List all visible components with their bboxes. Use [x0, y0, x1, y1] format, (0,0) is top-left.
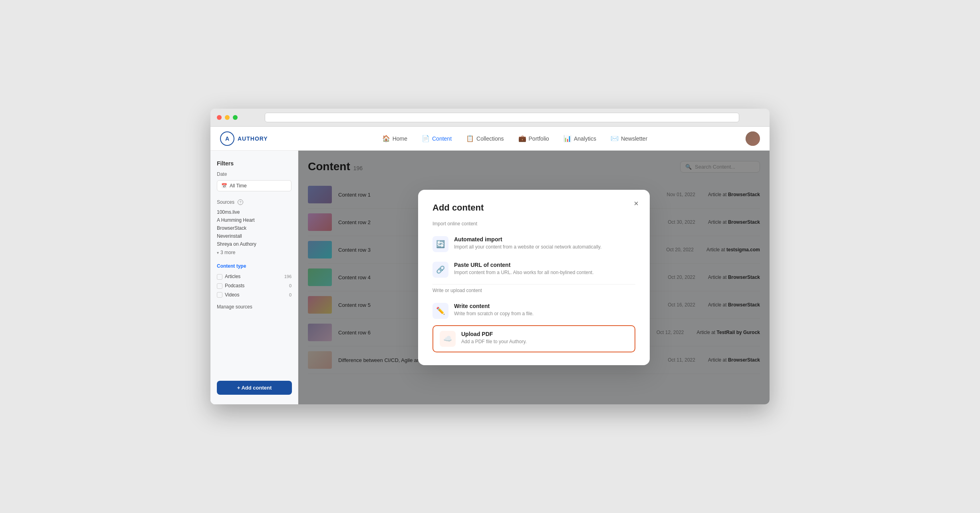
upload-pdf-option[interactable]: ☁️ Upload PDF Add a PDF file to your Aut… [432, 325, 635, 352]
source-item-5[interactable]: Shreya on Authory [217, 240, 292, 248]
modal-overlay[interactable]: × Add content Import online content 🔄 Au… [298, 151, 770, 404]
podcasts-checkbox[interactable] [217, 283, 222, 289]
source-item-2[interactable]: A Humming Heart [217, 216, 292, 224]
source-item-4[interactable]: Neverinstall [217, 232, 292, 240]
nav-item-content[interactable]: 📄 Content [415, 131, 458, 145]
add-content-modal: × Add content Import online content 🔄 Au… [418, 190, 650, 365]
link-icon: 🔗 [436, 265, 445, 274]
date-filter-section: Date 📅 All Time [217, 171, 292, 191]
top-nav: A AUTHORY 🏠 Home 📄 Content 📋 Collections [210, 127, 770, 151]
upload-pdf-desc: Add a PDF file to your Authory. [461, 338, 527, 345]
write-content-option[interactable]: ✏️ Write content Write from scratch or c… [432, 298, 635, 324]
nav-label-collections: Collections [476, 135, 504, 142]
content-type-section: Content type Articles 196 Podcasts 0 Vid… [217, 263, 292, 311]
nav-label-analytics: Analytics [574, 135, 596, 142]
podcasts-count: 0 [289, 283, 292, 288]
write-content-title: Write content [454, 303, 534, 309]
automated-import-icon-wrap: 🔄 [432, 236, 448, 252]
write-content-text: Write content Write from scratch or copy… [454, 303, 534, 317]
modal-close-button[interactable]: × [631, 198, 642, 209]
analytics-icon: 📊 [563, 135, 571, 142]
refresh-icon: 🔄 [436, 240, 445, 249]
content-type-podcasts[interactable]: Podcasts 0 [217, 281, 292, 290]
date-value: All Time [230, 183, 247, 189]
sources-help-icon[interactable]: ? [238, 199, 243, 205]
user-avatar[interactable] [746, 131, 760, 146]
nav-item-collections[interactable]: 📋 Collections [460, 131, 510, 145]
automated-import-text: Automated import Import all your content… [454, 236, 601, 251]
logo-text: AUTHORY [238, 135, 268, 142]
source-item-3[interactable]: BrowserStack [217, 224, 292, 232]
section2-label: Write or upload content [432, 288, 635, 293]
sources-section: Sources ? 100ms.live A Humming Heart Bro… [217, 199, 292, 255]
close-dot[interactable] [217, 115, 222, 120]
pencil-icon: ✏️ [436, 306, 445, 315]
write-content-icon-wrap: ✏️ [432, 303, 448, 319]
collections-icon: 📋 [466, 135, 474, 142]
videos-checkbox[interactable] [217, 292, 222, 298]
automated-import-desc: Import all your content from a website o… [454, 244, 601, 251]
source-item-1[interactable]: 100ms.live [217, 208, 292, 216]
add-content-button[interactable]: + Add content [217, 381, 292, 395]
content-type-articles[interactable]: Articles 196 [217, 272, 292, 281]
nav-item-analytics[interactable]: 📊 Analytics [557, 131, 603, 145]
videos-count: 0 [289, 292, 292, 297]
upload-pdf-icon-wrap: ☁️ [440, 331, 456, 347]
date-filter-label: Date [217, 171, 292, 177]
browser-window: A AUTHORY 🏠 Home 📄 Content 📋 Collections [210, 109, 770, 404]
sources-label: Sources ? [217, 199, 292, 205]
nav-label-home: Home [393, 135, 407, 142]
nav-item-portfolio[interactable]: 💼 Portfolio [512, 131, 555, 145]
content-type-videos[interactable]: Videos 0 [217, 290, 292, 300]
automated-import-option[interactable]: 🔄 Automated import Import all your conte… [432, 231, 635, 257]
date-select[interactable]: 📅 All Time [217, 180, 292, 191]
upload-icon: ☁️ [443, 334, 452, 343]
minimize-dot[interactable] [225, 115, 230, 120]
nav-label-portfolio: Portfolio [529, 135, 549, 142]
articles-count: 196 [284, 274, 292, 279]
nav-item-home[interactable]: 🏠 Home [376, 131, 414, 145]
articles-checkbox[interactable] [217, 274, 222, 280]
nav-items: 🏠 Home 📄 Content 📋 Collections 💼 Portfol… [284, 131, 746, 145]
paste-url-text: Paste URL of content Import content from… [454, 262, 594, 276]
nav-label-content: Content [432, 135, 452, 142]
paste-url-title: Paste URL of content [454, 262, 594, 268]
section-separator [432, 284, 635, 284]
address-bar[interactable] [265, 113, 739, 122]
logo-area[interactable]: A AUTHORY [220, 131, 268, 146]
newsletter-icon: ✉️ [611, 135, 619, 142]
automated-import-title: Automated import [454, 236, 601, 243]
upload-pdf-title: Upload PDF [461, 331, 527, 337]
logo-icon: A [220, 131, 234, 146]
manage-sources-link[interactable]: Manage sources [217, 302, 292, 311]
content-icon: 📄 [422, 135, 430, 142]
content-area: Content 196 🔍 Search Content... Content … [298, 151, 770, 404]
paste-url-desc: Import content from a URL. Also works fo… [454, 269, 594, 276]
show-more-sources[interactable]: ▾ 3 more [217, 250, 292, 255]
paste-url-option[interactable]: 🔗 Paste URL of content Import content fr… [432, 257, 635, 282]
maximize-dot[interactable] [233, 115, 238, 120]
home-icon: 🏠 [382, 135, 390, 142]
sidebar-title: Filters [217, 160, 292, 167]
chevron-down-icon: ▾ [217, 251, 219, 255]
nav-item-newsletter[interactable]: ✉️ Newsletter [604, 131, 654, 145]
content-type-label: Content type [217, 263, 292, 269]
sidebar: Filters Date 📅 All Time Sources ? 100ms.… [210, 151, 298, 404]
section1-label: Import online content [432, 221, 635, 227]
main-content: Filters Date 📅 All Time Sources ? 100ms.… [210, 151, 770, 404]
nav-label-newsletter: Newsletter [621, 135, 647, 142]
modal-title: Add content [432, 203, 635, 213]
upload-pdf-text: Upload PDF Add a PDF file to your Author… [461, 331, 527, 345]
write-content-desc: Write from scratch or copy from a file. [454, 310, 534, 317]
portfolio-icon: 💼 [518, 135, 526, 142]
paste-url-icon-wrap: 🔗 [432, 262, 448, 278]
app-container: A AUTHORY 🏠 Home 📄 Content 📋 Collections [210, 127, 770, 404]
browser-chrome [210, 109, 770, 127]
